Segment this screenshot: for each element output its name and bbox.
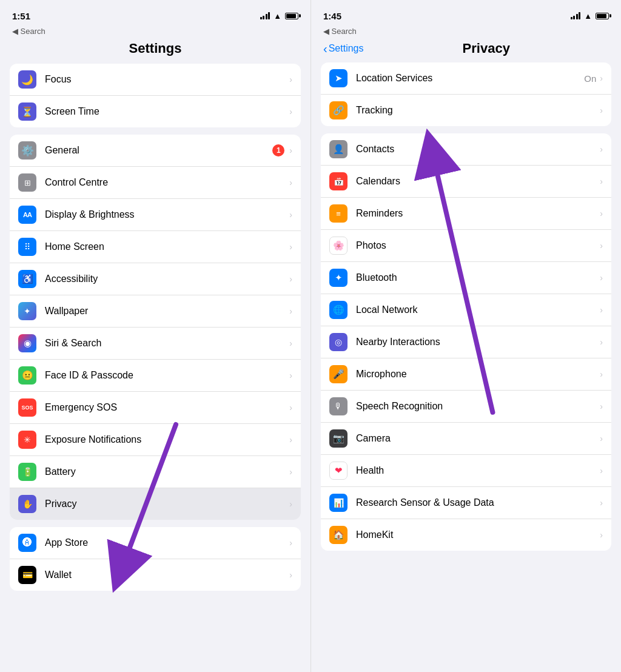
bluetooth-chevron: › [600,273,603,283]
privacy-chevron: › [289,499,292,509]
back-chevron-icon: ‹ [323,42,327,56]
microphone-icon: 🎤 [329,365,347,383]
row-homekit[interactable]: 🏠 HomeKit › [321,519,611,551]
wallpaper-chevron: › [289,306,292,316]
row-camera[interactable]: 📷 Camera › [321,423,611,455]
right-search-back[interactable]: ◀ Search [311,27,621,36]
reminders-icon: ≡ [329,204,347,223]
exposure-chevron: › [289,435,292,445]
row-microphone[interactable]: 🎤 Microphone › [321,358,611,391]
bluetooth-icon: ✦ [329,269,347,287]
display-brightness-icon: AA [18,206,36,224]
siri-search-label: Siri & Search [45,338,289,349]
wallet-chevron: › [289,570,292,580]
app-store-label: App Store [45,537,289,548]
row-emergency-sos[interactable]: SOS Emergency SOS › [10,392,301,424]
speech-recognition-icon: 🎙 [329,397,347,415]
left-page-title: Settings [0,38,310,64]
privacy-page-title: Privacy [363,41,609,56]
face-id-chevron: › [289,371,292,380]
row-research-sensor[interactable]: 📊 Research Sensor & Usage Data › [321,487,611,519]
left-status-icons: ▲ [260,12,298,21]
row-home-screen[interactable]: ⠿ Home Screen › [10,231,301,263]
local-network-label: Local Network [356,304,600,315]
row-general[interactable]: ⚙️ General 1 › [10,135,301,167]
wallet-label: Wallet [45,570,289,580]
battery-label: Battery [45,466,289,477]
row-reminders[interactable]: ≡ Reminders › [321,198,611,230]
row-location-services[interactable]: ➤ Location Services On › [321,62,611,95]
row-bluetooth[interactable]: ✦ Bluetooth › [321,262,611,294]
back-button[interactable]: ‹ Settings [323,42,363,56]
row-calendars[interactable]: 📅 Calendars › [321,166,611,198]
camera-chevron: › [600,434,603,443]
contacts-label: Contacts [356,144,600,155]
battery-icon [285,13,298,19]
calendars-chevron: › [600,176,603,186]
focus-chevron: › [289,75,292,84]
row-wallpaper[interactable]: ✦ Wallpaper › [10,295,301,328]
accessibility-chevron: › [289,274,292,284]
row-exposure[interactable]: ✳ Exposure Notifications › [10,424,301,456]
row-health[interactable]: ❤ Health › [321,455,611,487]
row-local-network[interactable]: 🌐 Local Network › [321,294,611,326]
row-contacts[interactable]: 👤 Contacts › [321,133,611,166]
right-wifi-icon: ▲ [584,12,592,21]
control-centre-label: Control Centre [45,177,289,188]
row-display-brightness[interactable]: AA Display & Brightness › [10,199,301,231]
privacy-label: Privacy [45,499,289,509]
accessibility-icon: ♿ [18,270,36,288]
emergency-sos-label: Emergency SOS [45,402,289,413]
microphone-label: Microphone [356,369,600,380]
local-network-icon: 🌐 [329,301,347,319]
row-app-store[interactable]: 🅐 App Store › [10,527,301,559]
row-accessibility[interactable]: ♿ Accessibility › [10,263,301,295]
speech-recognition-label: Speech Recognition [356,401,600,412]
row-privacy[interactable]: ✋ Privacy › [10,488,301,520]
row-siri-search[interactable]: ◉ Siri & Search › [10,328,301,360]
row-photos[interactable]: 🌸 Photos › [321,230,611,262]
general-icon: ⚙️ [18,141,36,160]
reminders-label: Reminders [356,208,600,219]
settings-group-2: ⚙️ General 1 › ⊞ Control Centre › AA Dis… [10,135,301,520]
research-sensor-chevron: › [600,498,603,508]
row-focus[interactable]: 🌙 Focus › [10,64,301,96]
face-id-icon: 😐 [18,366,36,385]
exposure-icon: ✳ [18,431,36,449]
tracking-label: Tracking [356,105,600,116]
location-services-value: On [584,73,596,84]
homekit-chevron: › [600,530,603,540]
row-control-centre[interactable]: ⊞ Control Centre › [10,167,301,199]
right-phone-panel: 1:45 ▲ ◀ Search ‹ Settings Privacy [310,0,621,672]
right-battery-icon [596,13,609,19]
nearby-interactions-icon: ◎ [329,333,347,351]
focus-label: Focus [45,74,289,85]
battery-chevron: › [289,467,292,477]
left-search-back[interactable]: ◀ Search [0,27,310,36]
homekit-icon: 🏠 [329,526,347,544]
left-status-bar: 1:51 ▲ [0,0,310,27]
row-battery[interactable]: 🔋 Battery › [10,456,301,488]
health-chevron: › [600,466,603,475]
row-tracking[interactable]: 🔗 Tracking › [321,95,611,126]
photos-label: Photos [356,240,600,251]
privacy-group-2: 👤 Contacts › 📅 Calendars › ≡ Reminders ›… [321,133,611,551]
back-label: Settings [329,43,364,54]
left-phone-panel: 1:51 ▲ ◀ Search Settings 🌙 Focus › [0,0,310,672]
row-wallet[interactable]: 💳 Wallet › [10,559,301,591]
row-face-id[interactable]: 😐 Face ID & Passcode › [10,360,301,392]
bluetooth-label: Bluetooth [356,272,600,283]
face-id-label: Face ID & Passcode [45,370,289,381]
general-chevron: › [289,146,292,155]
right-status-bar: 1:45 ▲ [311,0,621,27]
screen-time-label: Screen Time [45,106,289,117]
calendars-label: Calendars [356,176,600,187]
row-screen-time[interactable]: ⏳ Screen Time › [10,96,301,127]
left-time: 1:51 [12,11,30,21]
location-services-label: Location Services [356,73,584,84]
row-speech-recognition[interactable]: 🎙 Speech Recognition › [321,391,611,423]
microphone-chevron: › [600,369,603,379]
home-screen-icon: ⠿ [18,238,36,256]
row-nearby-interactions[interactable]: ◎ Nearby Interactions › [321,326,611,358]
general-badge: 1 [272,144,284,156]
